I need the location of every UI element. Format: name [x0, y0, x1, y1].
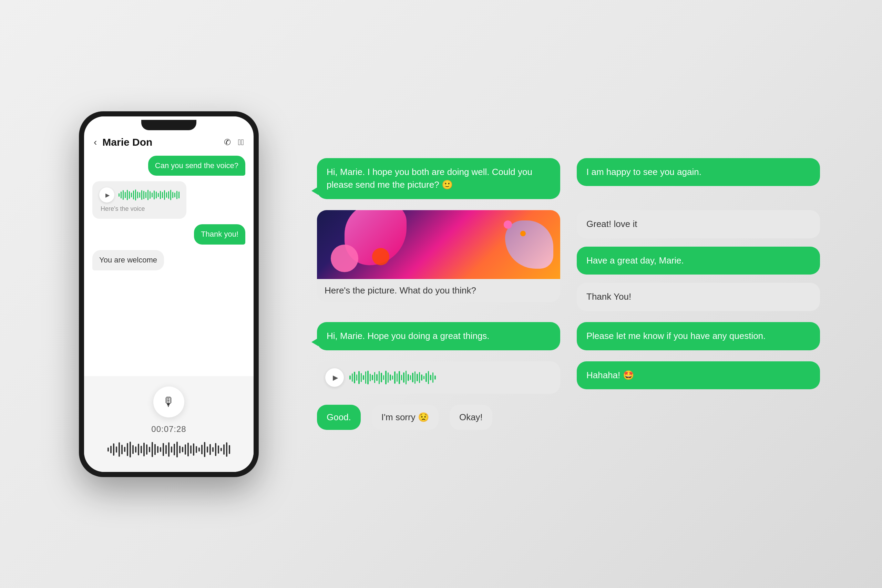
voice-message-inner: ▶	[99, 188, 180, 202]
right-column-2: Great! love it Have a great day, Marie. …	[577, 210, 820, 311]
phone-bottom: 🎙 00:07:28	[84, 376, 254, 472]
mic-button[interactable]: 🎙	[153, 387, 184, 417]
voice-message[interactable]: ▶	[92, 181, 186, 219]
main-container: ‹ Marie Don ✆ ▷⃞ Can you send the voice?…	[62, 112, 820, 477]
video-icon[interactable]: ▷⃞	[238, 138, 244, 147]
blob-4	[372, 248, 389, 265]
waveform-large	[108, 441, 230, 458]
notch	[141, 120, 196, 130]
bubble-image-container: Here's the picture. What do you think?	[317, 210, 560, 302]
play-icon-small: ▶	[105, 192, 110, 198]
phone-icon[interactable]: ✆	[224, 138, 231, 147]
bubble-3-sent: Great! love it	[577, 210, 820, 238]
waveform-small	[118, 189, 180, 201]
bubble-10-sent: Good.	[317, 405, 361, 430]
bubble-image	[317, 210, 560, 279]
bubble-7-sent: Hi, Marie. Hope you doing a great things…	[317, 322, 560, 350]
phone-messages: Can you send the voice? ▶	[84, 152, 254, 376]
message-bubble-sent-1: Can you send the voice?	[148, 156, 245, 176]
bubble-1-sent: Hi, Marie. I hope you both are doing wel…	[317, 158, 560, 199]
dot-1	[504, 220, 512, 229]
bubble-8-received: Please let me know if you have any quest…	[577, 322, 820, 350]
voice-bubble-chat[interactable]: ▶	[317, 362, 560, 394]
bubble-9-received: Hahaha! 🤩	[577, 362, 820, 390]
message-bubble-sent-2: Thank you!	[194, 224, 245, 244]
phone-header: ‹ Marie Don ✆ ▷⃞	[84, 134, 254, 152]
waveform-chat	[350, 370, 552, 384]
chat-bubbles-section: Hi, Marie. I hope you both are doing wel…	[317, 158, 820, 430]
phone-device: ‹ Marie Don ✆ ▷⃞ Can you send the voice?…	[79, 112, 258, 477]
phone-screen: ‹ Marie Don ✆ ▷⃞ Can you send the voice?…	[84, 116, 254, 472]
play-button-chat[interactable]: ▶	[325, 368, 344, 387]
bubble-image-text: Here's the picture. What do you think?	[317, 279, 560, 302]
back-button[interactable]: ‹	[94, 137, 97, 148]
bubble-11-received: I'm sorry 😟	[372, 405, 439, 430]
timer-display: 00:07:28	[151, 424, 186, 434]
bottom-bubbles-row: Good. I'm sorry 😟 Okay!	[317, 405, 820, 430]
contact-name: Marie Don	[102, 136, 224, 148]
blob-2	[505, 220, 554, 268]
dot-2	[520, 231, 526, 236]
play-icon-chat: ▶	[333, 374, 338, 382]
notch-area	[84, 116, 254, 134]
header-icons: ✆ ▷⃞	[224, 138, 244, 147]
play-button-small[interactable]: ▶	[99, 188, 114, 202]
phone-wrapper: ‹ Marie Don ✆ ▷⃞ Can you send the voice?…	[62, 112, 276, 477]
voice-label: Here's the voice	[99, 205, 180, 213]
message-bubble-received-1: You are welcome	[92, 250, 164, 270]
bubble-5-received: Have a great day, Marie.	[577, 247, 820, 275]
bubble-6-sent: Thank You!	[577, 283, 820, 311]
mic-icon: 🎙	[163, 395, 175, 409]
blob-3	[331, 244, 358, 272]
bubble-2-received: I am happy to see you again.	[577, 158, 820, 186]
bubble-12-sent: Okay!	[450, 405, 492, 430]
